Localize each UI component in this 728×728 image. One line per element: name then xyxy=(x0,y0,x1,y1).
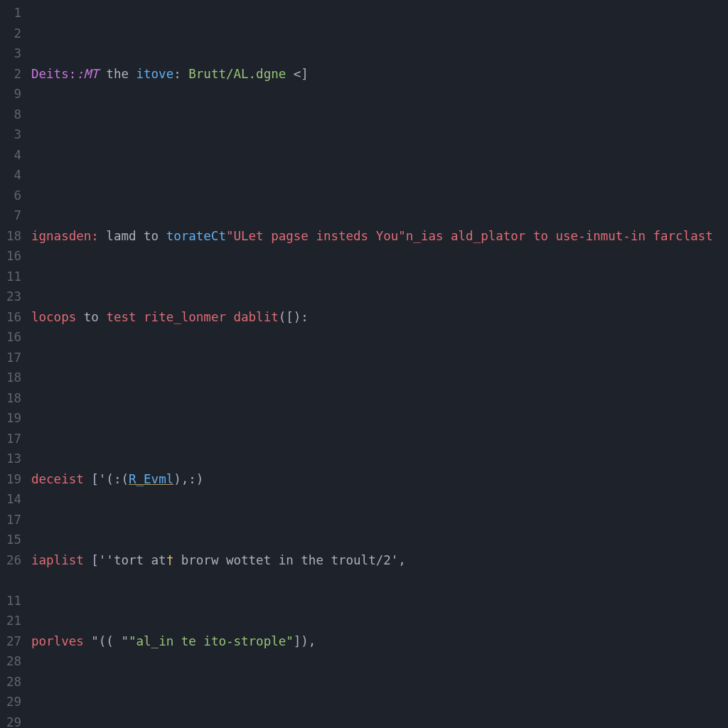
token: "(( " xyxy=(84,631,129,652)
line-number: 28 xyxy=(0,672,21,692)
line-number: 17 xyxy=(0,510,21,530)
code-content[interactable]: Deits::MT the itove: Brutt/AL.dgne <] ig… xyxy=(27,0,713,728)
line-number: 17 xyxy=(0,348,21,368)
line-number: 28 xyxy=(0,651,21,672)
line-number: 8 xyxy=(0,105,21,125)
token: the xyxy=(99,64,136,85)
code-editor[interactable]: 1232983446718161123161617181819171319141… xyxy=(0,0,728,728)
line-number: 13 xyxy=(0,449,21,469)
code-line[interactable]: Deits::MT the itove: Brutt/AL.dgne <] xyxy=(31,64,713,85)
token-fn: torateCt xyxy=(166,226,226,247)
line-number: 3 xyxy=(0,43,21,64)
token-warn: locops xyxy=(31,307,76,328)
token-string: Brutt/AL.dgne xyxy=(188,64,286,85)
token: ]), xyxy=(294,631,316,652)
token-ident: R_Evml xyxy=(129,469,173,490)
token: <] xyxy=(286,64,309,85)
token: brorw wottet in the troult/2', xyxy=(173,550,406,571)
line-number: 2 xyxy=(0,64,21,85)
token: to xyxy=(76,307,106,328)
line-number: 15 xyxy=(0,530,21,550)
token: [''tort at xyxy=(84,550,166,571)
line-number xyxy=(0,570,21,591)
code-line[interactable]: iaplist [''tort at† brorw wottet in the … xyxy=(31,550,713,571)
line-number: 6 xyxy=(0,186,21,206)
token: † xyxy=(166,550,174,571)
line-number: 17 xyxy=(0,429,21,449)
token-warn: iaplist xyxy=(31,550,84,571)
code-line[interactable] xyxy=(31,712,713,729)
line-number: 4 xyxy=(0,145,21,166)
line-number: 27 xyxy=(0,631,21,652)
line-number: 18 xyxy=(0,368,21,388)
token: ['(:( xyxy=(84,469,129,490)
line-number: 16 xyxy=(0,327,21,348)
code-line[interactable]: deceist ['(:(R_Evml),:) xyxy=(31,469,713,490)
token: lamd to xyxy=(99,226,166,247)
line-number: 23 xyxy=(0,287,21,307)
line-number: 14 xyxy=(0,489,21,510)
line-number: 11 xyxy=(0,591,21,611)
token: ),:) xyxy=(173,469,203,490)
line-number: 16 xyxy=(0,246,21,267)
line-number: 18 xyxy=(0,388,21,409)
token-warn: ignasden: xyxy=(31,226,99,247)
line-number: 19 xyxy=(0,408,21,429)
line-number: 9 xyxy=(0,84,21,105)
line-number: 1 xyxy=(0,3,21,23)
token-ident: itove xyxy=(136,64,174,85)
line-number: 16 xyxy=(0,307,21,328)
code-line[interactable] xyxy=(31,388,713,409)
line-number-gutter: 1232983446718161123161617181819171319141… xyxy=(0,0,27,728)
token-keyword: Deits: xyxy=(31,64,76,85)
code-line[interactable]: porlves "(( ""al_in te ito-strople"]), xyxy=(31,631,713,652)
line-number: 26 xyxy=(0,550,21,571)
line-number: 19 xyxy=(0,469,21,490)
line-number: 21 xyxy=(0,611,21,631)
token-warn: porlves xyxy=(31,631,84,652)
line-number: 7 xyxy=(0,205,21,226)
token: : xyxy=(173,64,188,85)
code-line[interactable] xyxy=(31,145,713,166)
line-number: 4 xyxy=(0,165,21,186)
line-number: 11 xyxy=(0,267,21,287)
code-line[interactable]: ignasden: lamd to torateCt"ULet pagse in… xyxy=(31,226,713,247)
token-string: "al_in te ito-strople" xyxy=(129,631,294,652)
token-warn: test rite_lonmer dablit xyxy=(106,307,278,328)
token-warn: "ULet pagse insteds You"n_ias ald_plator… xyxy=(226,226,713,247)
line-number: 3 xyxy=(0,124,21,145)
line-number: 29 xyxy=(0,692,21,712)
token-keyword: :MT xyxy=(76,64,99,85)
line-number: 29 xyxy=(0,712,21,729)
line-number: 18 xyxy=(0,226,21,247)
token: ([): xyxy=(279,307,309,328)
code-line[interactable]: locops to test rite_lonmer dablit([): xyxy=(31,307,713,328)
line-number: 2 xyxy=(0,23,21,44)
token-warn: deceist xyxy=(31,469,84,490)
